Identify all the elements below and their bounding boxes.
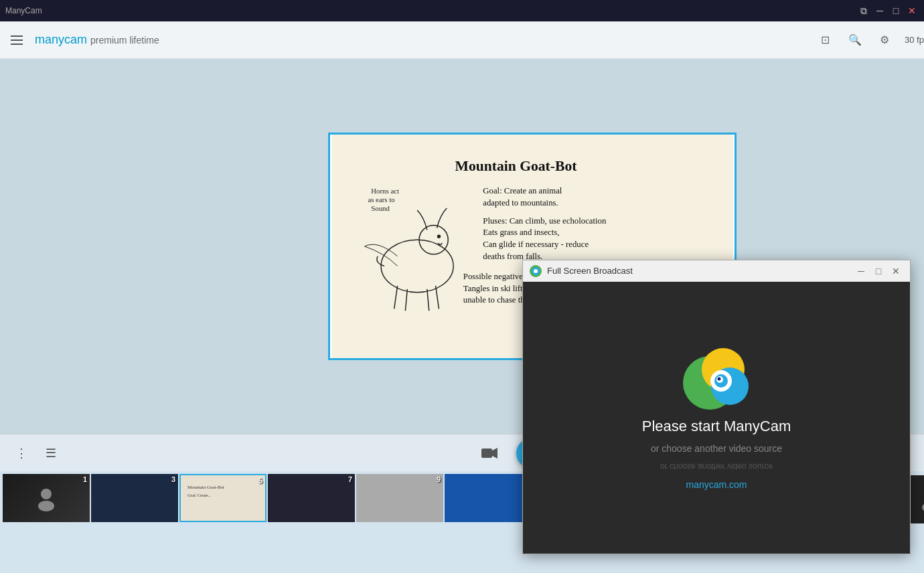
thumb-num-7: 7 xyxy=(348,475,352,483)
thumb-num-5: 5 xyxy=(258,477,262,485)
app-title: manycam premium lifetime xyxy=(35,33,159,47)
top-toolbar: manycam premium lifetime ⊡ 🔍 ⚙ 30 fps 72… xyxy=(0,21,924,59)
svg-text:Can glide if necessary - reduc: Can glide if necessary - reduce xyxy=(483,240,589,249)
maximize-button[interactable]: □ xyxy=(889,4,903,17)
title-bar-controls: ⧉ ─ □ ✕ xyxy=(857,4,919,17)
bottom-left-icons: ⋮ ☰ xyxy=(11,442,62,464)
fsb-logo-icon xyxy=(530,265,542,277)
svg-text:Goal: Create...: Goal: Create... xyxy=(187,493,211,497)
thumbnail-11[interactable] xyxy=(445,474,532,522)
app-name-text: manycam xyxy=(35,33,87,46)
svg-marker-25 xyxy=(492,448,497,459)
settings-icon[interactable]: ⚙ xyxy=(875,31,894,50)
fsb-title-left: Full Screen Broadcast xyxy=(530,265,633,277)
thumb-num-3: 3 xyxy=(171,475,175,483)
crop-icon[interactable]: ⊡ xyxy=(816,31,835,50)
toolbar-right: ⊡ 🔍 ⚙ 30 fps 720p Jon Huber ⚙ xyxy=(816,31,924,50)
thumbnail-1[interactable]: 1 xyxy=(3,474,90,522)
svg-text:Eats grass and insects,: Eats grass and insects, xyxy=(483,228,559,237)
more-options-icon[interactable]: ⋮ xyxy=(11,442,32,464)
svg-rect-24 xyxy=(481,448,492,458)
svg-text:Pluses: Can climb, use echoloc: Pluses: Can climb, use echolocation xyxy=(483,216,607,226)
fsb-mirror-text: or choose another video source xyxy=(660,462,773,471)
svg-text:Horns act: Horns act xyxy=(371,187,399,195)
restore-button[interactable]: ⧉ xyxy=(857,4,870,17)
svg-text:as ears to: as ears to xyxy=(368,195,394,203)
title-bar: ManyCam ⧉ ─ □ ✕ xyxy=(0,0,924,21)
thumbnail-5[interactable]: Mountain Goat-BotGoal: Create... 5 xyxy=(179,474,266,522)
close-button[interactable]: ✕ xyxy=(905,4,919,17)
toolbar-left: manycam premium lifetime xyxy=(11,32,159,48)
menu-button[interactable] xyxy=(11,32,27,48)
fsb-titlebar: Full Screen Broadcast ─ □ ✕ xyxy=(523,260,910,282)
svg-point-72 xyxy=(718,377,721,380)
svg-text:Sound: Sound xyxy=(371,204,390,212)
fsb-close-button[interactable]: ✕ xyxy=(889,264,903,278)
svg-point-65 xyxy=(534,269,538,273)
svg-rect-32 xyxy=(181,475,266,522)
fsb-popup: Full Screen Broadcast ─ □ ✕ xyxy=(522,260,911,554)
fsb-sub-text: or choose another video source xyxy=(651,443,782,454)
fps-display: 30 fps xyxy=(905,35,924,45)
svg-text:Mountain Goat-Bot: Mountain Goat-Bot xyxy=(187,485,224,490)
list-view-icon[interactable]: ☰ xyxy=(40,442,62,464)
fsb-link[interactable]: manycam.com xyxy=(686,479,747,490)
minimize-button[interactable]: ─ xyxy=(873,4,887,17)
fsb-main-text: Please start ManyCam xyxy=(642,418,791,435)
thumb-num-1: 1 xyxy=(83,475,87,483)
svg-point-31 xyxy=(38,501,54,511)
thumbnail-9[interactable]: 9 xyxy=(356,474,443,522)
thumbnail-row-1: 1 3 Mountain Goat-BotGoal: Create... 5 7… xyxy=(3,474,532,570)
fsb-minimize-button[interactable]: ─ xyxy=(854,264,868,278)
video-source-button[interactable] xyxy=(479,442,500,464)
fsb-controls: ─ □ ✕ xyxy=(854,264,903,278)
svg-point-14 xyxy=(438,235,441,238)
thumbnail-7[interactable]: 7 xyxy=(268,474,355,522)
fsb-title-text: Full Screen Broadcast xyxy=(547,266,633,276)
svg-point-30 xyxy=(41,489,52,499)
svg-text:Mountain Goat-Bot: Mountain Goat-Bot xyxy=(455,158,577,174)
svg-text:Goal: Create an animal: Goal: Create an animal xyxy=(483,186,562,195)
zoom-icon[interactable]: 🔍 xyxy=(846,31,864,50)
thumb-num-9: 9 xyxy=(437,475,441,483)
app-subtitle-text: premium lifetime xyxy=(90,35,159,46)
fsb-maximize-button[interactable]: □ xyxy=(871,264,886,278)
svg-text:adapted to mountains.: adapted to mountains. xyxy=(483,198,558,208)
fsb-logo-large xyxy=(680,346,753,410)
fsb-content: Please start ManyCam or choose another v… xyxy=(523,282,910,554)
title-bar-title: ManyCam xyxy=(5,6,42,15)
thumbnail-3[interactable]: 3 xyxy=(91,474,178,522)
title-bar-left: ManyCam xyxy=(5,6,42,15)
